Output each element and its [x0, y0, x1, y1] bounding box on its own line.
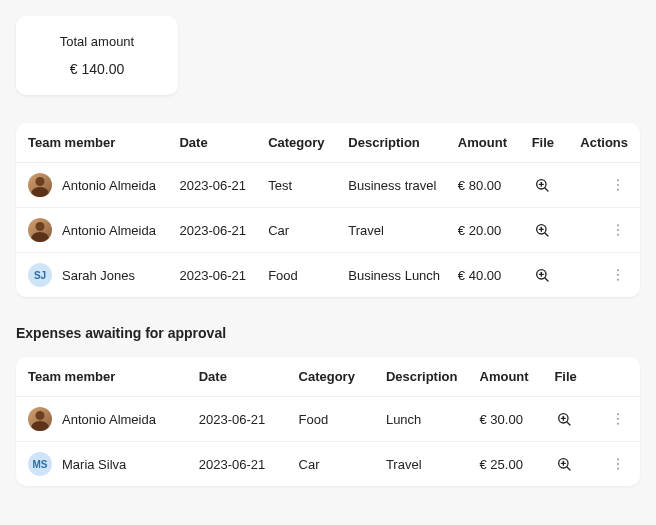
more-actions-icon[interactable] [608, 220, 628, 240]
table-row: Antonio Almeida 2023-06-21 Car Travel € … [16, 208, 640, 253]
header-file: File [546, 357, 596, 397]
member-name: Maria Silva [62, 457, 126, 472]
table-row: Antonio Almeida 2023-06-21 Food Lunch € … [16, 397, 640, 442]
svg-point-27 [617, 422, 619, 424]
cell-description: Travel [378, 442, 472, 487]
header-date: Date [191, 357, 291, 397]
svg-point-5 [617, 184, 619, 186]
zoom-in-icon[interactable] [532, 220, 552, 240]
member-cell: Antonio Almeida [28, 407, 183, 431]
cell-description: Travel [340, 208, 450, 253]
cell-category: Car [260, 208, 340, 253]
svg-point-13 [617, 233, 619, 235]
more-actions-icon[interactable] [608, 175, 628, 195]
cell-category: Car [291, 442, 378, 487]
cell-date: 2023-06-21 [171, 163, 260, 208]
cell-description: Lunch [378, 397, 472, 442]
member-name: Sarah Jones [62, 268, 135, 283]
cell-amount: € 80.00 [450, 163, 524, 208]
svg-point-32 [617, 458, 619, 460]
svg-line-8 [545, 233, 548, 236]
member-name: Antonio Almeida [62, 178, 156, 193]
header-team-member: Team member [16, 357, 191, 397]
more-actions-icon[interactable] [608, 265, 628, 285]
cell-amount: € 20.00 [450, 208, 524, 253]
svg-line-29 [567, 467, 570, 470]
header-description: Description [378, 357, 472, 397]
member-name: Antonio Almeida [62, 223, 156, 238]
avatar: SJ [28, 263, 52, 287]
avatar [28, 173, 52, 197]
member-cell: Antonio Almeida [28, 218, 163, 242]
awaiting-approval-table-card: Team member Date Category Description Am… [16, 357, 640, 486]
header-amount: Amount [472, 357, 547, 397]
svg-line-15 [545, 278, 548, 281]
cell-date: 2023-06-21 [171, 208, 260, 253]
svg-line-1 [545, 188, 548, 191]
member-cell: Antonio Almeida [28, 173, 163, 197]
expenses-table-card: Team member Date Category Description Am… [16, 123, 640, 297]
header-category: Category [260, 123, 340, 163]
table-row: SJ Sarah Jones 2023-06-21 Food Business … [16, 253, 640, 298]
member-name: Antonio Almeida [62, 412, 156, 427]
header-description: Description [340, 123, 450, 163]
cell-amount: € 25.00 [472, 442, 547, 487]
header-team-member: Team member [16, 123, 171, 163]
header-amount: Amount [450, 123, 524, 163]
cell-amount: € 30.00 [472, 397, 547, 442]
avatar: MS [28, 452, 52, 476]
cell-date: 2023-06-21 [191, 442, 291, 487]
section-title-awaiting-approval: Expenses awaiting for approval [16, 325, 640, 341]
cell-description: Business Lunch [340, 253, 450, 298]
header-actions: Actions [572, 123, 640, 163]
cell-category: Test [260, 163, 340, 208]
header-file: File [524, 123, 573, 163]
avatar [28, 218, 52, 242]
total-amount-card: Total amount € 140.00 [16, 16, 178, 95]
zoom-in-icon[interactable] [554, 454, 574, 474]
more-actions-icon[interactable] [608, 409, 628, 429]
svg-point-33 [617, 463, 619, 465]
svg-point-6 [617, 188, 619, 190]
svg-point-18 [617, 269, 619, 271]
table-row: MS Maria Silva 2023-06-21 Car Travel € 2… [16, 442, 640, 487]
zoom-in-icon[interactable] [532, 175, 552, 195]
avatar [28, 407, 52, 431]
awaiting-approval-table: Team member Date Category Description Am… [16, 357, 640, 486]
cell-date: 2023-06-21 [171, 253, 260, 298]
cell-category: Food [291, 397, 378, 442]
total-amount-label: Total amount [28, 34, 166, 49]
zoom-in-icon[interactable] [554, 409, 574, 429]
table-row: Antonio Almeida 2023-06-21 Test Business… [16, 163, 640, 208]
svg-point-11 [617, 224, 619, 226]
member-cell: SJ Sarah Jones [28, 263, 163, 287]
cell-amount: € 40.00 [450, 253, 524, 298]
expenses-table: Team member Date Category Description Am… [16, 123, 640, 297]
svg-point-20 [617, 278, 619, 280]
member-cell: MS Maria Silva [28, 452, 183, 476]
header-date: Date [171, 123, 260, 163]
svg-point-26 [617, 418, 619, 420]
svg-line-22 [567, 422, 570, 425]
zoom-in-icon[interactable] [532, 265, 552, 285]
header-actions-blank [596, 357, 640, 397]
svg-point-34 [617, 467, 619, 469]
cell-description: Business travel [340, 163, 450, 208]
svg-point-19 [617, 274, 619, 276]
svg-point-25 [617, 413, 619, 415]
svg-point-12 [617, 229, 619, 231]
svg-point-4 [617, 179, 619, 181]
total-amount-value: € 140.00 [28, 61, 166, 77]
cell-date: 2023-06-21 [191, 397, 291, 442]
more-actions-icon[interactable] [608, 454, 628, 474]
cell-category: Food [260, 253, 340, 298]
header-category: Category [291, 357, 378, 397]
